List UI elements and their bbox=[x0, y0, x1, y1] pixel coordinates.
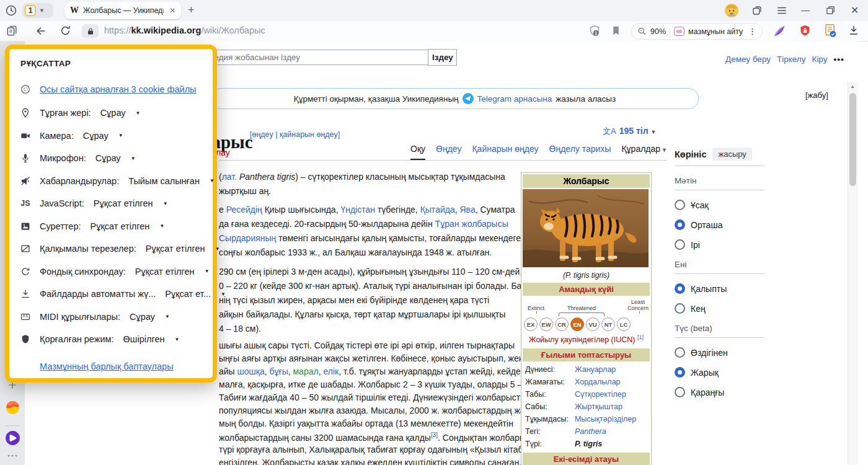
tab-group-button[interactable]: 1 ▼ bbox=[22, 3, 53, 18]
protect-shield-icon[interactable] bbox=[799, 24, 812, 37]
permission-label: Суреттер: bbox=[40, 221, 81, 231]
scrollbar-thumb[interactable] bbox=[849, 93, 856, 186]
all-content-settings-link[interactable]: Мазмұнның барлық баптаулары bbox=[40, 361, 174, 371]
article-link[interactable]: Тұран жолбарысы bbox=[435, 219, 508, 229]
article-link[interactable]: Сырдарияның bbox=[219, 233, 276, 243]
radio-option-кең[interactable]: Кең bbox=[675, 303, 764, 314]
permission-value-dropdown[interactable]: Рұқсат етілген bbox=[146, 244, 205, 254]
radio-selected-icon[interactable] bbox=[675, 283, 685, 294]
permission-value-dropdown[interactable]: Сұрау bbox=[83, 131, 108, 141]
personal-link[interactable]: Демеу беру bbox=[725, 55, 771, 64]
page-scrollbar[interactable]: ▲ bbox=[848, 82, 858, 465]
rank-value[interactable]: Жануарлар bbox=[575, 365, 616, 374]
permission-value-dropdown[interactable]: Рұқсат етілген bbox=[94, 198, 153, 208]
rank-value[interactable]: Мысықтәрізділер bbox=[575, 415, 636, 423]
address-bar[interactable]: https://kk.wikipedia.org/wiki/Жолбарыс bbox=[104, 25, 265, 35]
radio-icon[interactable] bbox=[675, 387, 685, 397]
close-window-button[interactable]: ✕ bbox=[851, 4, 859, 16]
article-link[interactable]: Ява bbox=[459, 205, 475, 215]
restore-button[interactable] bbox=[826, 6, 835, 15]
permission-value-dropdown[interactable]: Рұқсат етілген bbox=[90, 221, 149, 231]
permission-value-dropdown[interactable]: Рұқсат ет... bbox=[165, 289, 211, 299]
shield-counter-icon[interactable]: 1 bbox=[588, 24, 601, 38]
cookies-link[interactable]: Осы сайтқа арналған 3 cookie файлы bbox=[40, 84, 197, 94]
sidebar-more-icon[interactable] bbox=[0, 454, 25, 458]
permission-value-dropdown[interactable]: Сұрау bbox=[130, 312, 155, 322]
article-link[interactable]: лат. bbox=[222, 172, 237, 182]
radio-icon[interactable] bbox=[675, 347, 685, 358]
article-link[interactable]: шошқа bbox=[237, 366, 265, 376]
permission-value-dropdown[interactable]: Өшірілген bbox=[123, 334, 165, 344]
rank-value[interactable]: Panthera bbox=[575, 427, 606, 436]
conservation-status-link[interactable]: Жойылу қаупіндегілер (IUCN) [1] bbox=[523, 334, 650, 344]
radio-option-ұсақ[interactable]: Ұсақ bbox=[675, 200, 764, 210]
zoom-out-icon[interactable] bbox=[637, 27, 647, 36]
active-tab[interactable]: W Жолбарыс — Уикипеди ✕ bbox=[64, 2, 181, 19]
translate-doc-icon[interactable] bbox=[823, 24, 837, 38]
radio-option-жарық[interactable]: Жарық bbox=[675, 367, 764, 378]
permission-value-dropdown[interactable]: Рұқсат етілген bbox=[135, 267, 195, 277]
rank-value[interactable]: Хордалылар bbox=[575, 378, 621, 386]
sidebar-notes-icon[interactable] bbox=[6, 25, 18, 37]
article-link[interactable]: Қытайда bbox=[420, 205, 455, 215]
site-security-badge[interactable] bbox=[82, 24, 99, 38]
radio-selected-icon[interactable] bbox=[675, 367, 685, 378]
radio-option-өздігінен[interactable]: Өздігінен bbox=[675, 347, 764, 358]
article-link[interactable]: бұғы bbox=[270, 366, 288, 376]
wiki-personal-links: Демеу беруТіркелуКіру••• bbox=[719, 55, 843, 64]
radio-selected-icon[interactable] bbox=[675, 219, 685, 230]
radio-icon[interactable] bbox=[675, 303, 685, 314]
banner-close-link[interactable]: [жабу] bbox=[805, 91, 828, 100]
alice-assistant-icon[interactable] bbox=[0, 430, 25, 446]
bookmark-icon[interactable] bbox=[611, 25, 621, 36]
personal-link[interactable]: Кіру bbox=[812, 55, 827, 64]
article-link[interactable]: Ресейдің bbox=[226, 205, 262, 215]
radio-icon[interactable] bbox=[675, 239, 685, 250]
scroll-up-arrow[interactable]: ▲ bbox=[850, 84, 855, 89]
article-link[interactable]: елік bbox=[323, 366, 339, 376]
article-link[interactable]: Үндістан bbox=[340, 205, 375, 215]
read-aloud-button[interactable]: мазмұнын айту bbox=[688, 27, 743, 36]
divider bbox=[670, 27, 670, 36]
back-icon[interactable] bbox=[35, 25, 47, 37]
iucn-circles: EXEWCRENVUNTLC bbox=[524, 317, 631, 331]
classification-row: Тегі:Panthera bbox=[523, 425, 650, 438]
tiger-image[interactable] bbox=[523, 189, 650, 269]
reload-icon[interactable] bbox=[60, 25, 71, 37]
permission-value-dropdown[interactable]: Сұрау bbox=[100, 108, 126, 118]
rank-value[interactable]: Сүтқоректілер bbox=[575, 390, 626, 399]
tab-құралдар[interactable]: Құралдар▼ bbox=[621, 144, 667, 159]
profile-avatar[interactable] bbox=[724, 3, 739, 18]
radio-option-орташа[interactable]: Орташа bbox=[675, 219, 764, 230]
downloads-icon[interactable] bbox=[848, 25, 859, 36]
permission-row: Хабарландырулар:Тыйым салынған▼ bbox=[19, 170, 203, 193]
personal-link[interactable]: Тіркелу bbox=[777, 55, 806, 64]
tab-close-icon[interactable]: ✕ bbox=[169, 6, 175, 15]
article-text-line: жыртқыш аң. bbox=[219, 186, 271, 196]
radio-option-қараңғы[interactable]: Қараңғы bbox=[675, 387, 764, 397]
kebab-menu-icon[interactable]: ⋮ bbox=[748, 27, 756, 36]
more-links-button[interactable]: ••• bbox=[833, 55, 844, 64]
reference-link[interactable]: [3] bbox=[431, 432, 438, 438]
rank-value[interactable]: Жыртқыштар bbox=[575, 402, 622, 411]
zoom-level[interactable]: 90% bbox=[650, 27, 666, 36]
appearance-hide-button[interactable]: жасыру bbox=[712, 148, 751, 161]
tab-өңделу-тарихы[interactable]: Өңделу тарихы bbox=[549, 144, 611, 159]
option-label: Ұсақ bbox=[691, 200, 709, 210]
sidebar-divider bbox=[0, 425, 25, 427]
radio-icon[interactable] bbox=[675, 200, 685, 210]
article-link[interactable]: марал bbox=[293, 366, 318, 376]
radio-option-ірі[interactable]: Ірі bbox=[675, 239, 764, 250]
new-tab-button[interactable]: + bbox=[188, 4, 195, 17]
article-text-line: шығы ашық сары түсті. Сойдақ тістері өте… bbox=[219, 340, 515, 350]
radio-option-қалыпты[interactable]: Қалыпты bbox=[675, 283, 764, 294]
panels-icon[interactable] bbox=[751, 5, 763, 16]
language-selector-button[interactable]: 文A195 тіл ▼ bbox=[603, 126, 656, 137]
permission-value-dropdown[interactable]: Сұрау bbox=[95, 153, 121, 163]
history-icon[interactable] bbox=[5, 4, 17, 17]
menu-icon[interactable] bbox=[776, 6, 787, 16]
yandex-pen-icon[interactable] bbox=[773, 24, 786, 38]
minimize-button[interactable]: — bbox=[801, 5, 810, 15]
yandex-start-icon[interactable] bbox=[0, 401, 25, 415]
permission-value-dropdown[interactable]: Тыйым салынған bbox=[128, 176, 200, 186]
